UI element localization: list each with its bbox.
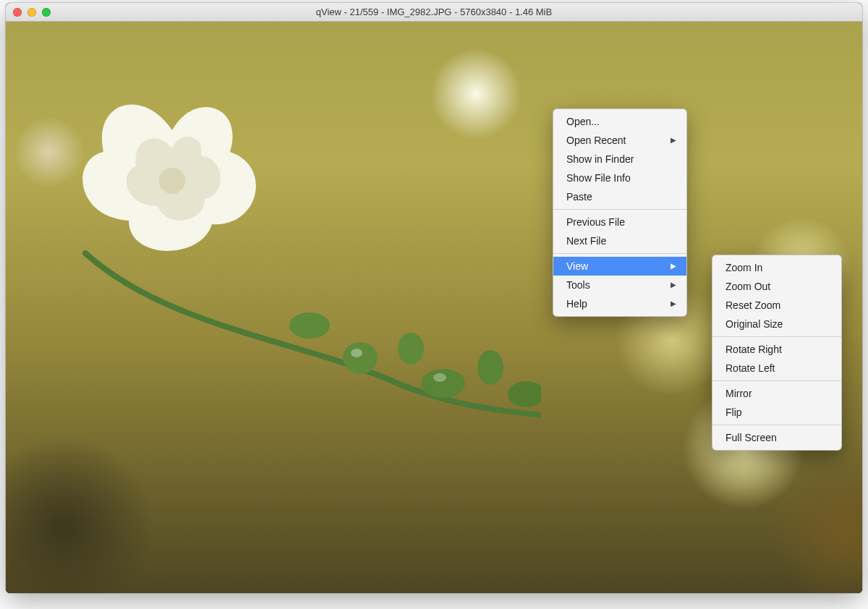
close-window-button[interactable] xyxy=(13,8,22,17)
menu-item-label: Paste xyxy=(566,189,592,204)
menu-item-label: View xyxy=(566,259,588,273)
submenu-arrow-icon: ▶ xyxy=(671,259,676,273)
submenu-item-rotate-right[interactable]: Rotate Right xyxy=(712,340,841,359)
menu-item-next-file[interactable]: Next File xyxy=(553,231,686,250)
menu-item-label: Full Screen xyxy=(726,430,777,445)
submenu-item-reset-zoom[interactable]: Reset Zoom xyxy=(712,296,841,315)
minimize-window-button[interactable] xyxy=(27,8,36,17)
submenu-item-rotate-left[interactable]: Rotate Left xyxy=(712,359,841,378)
menu-separator xyxy=(712,336,841,337)
submenu-item-full-screen[interactable]: Full Screen xyxy=(712,428,841,447)
submenu-arrow-icon: ▶ xyxy=(671,133,676,148)
menu-separator xyxy=(553,209,686,210)
menu-item-label: Mirror xyxy=(726,386,752,401)
menu-item-previous-file[interactable]: Previous File xyxy=(553,213,686,231)
submenu-item-original-size[interactable]: Original Size xyxy=(712,315,841,333)
menu-item-label: Flip xyxy=(726,405,742,420)
submenu-arrow-icon: ▶ xyxy=(671,297,676,311)
menu-item-label: Show File Info xyxy=(566,171,631,185)
menu-item-label: Tools xyxy=(566,278,590,292)
menu-item-open[interactable]: Open... xyxy=(553,112,686,131)
menu-item-label: Open Recent xyxy=(566,133,626,148)
submenu-item-flip[interactable]: Flip xyxy=(712,403,841,422)
menu-item-label: Previous File xyxy=(566,215,625,229)
app-window: qView - 21/559 - IMG_2982.JPG - 5760x384… xyxy=(6,3,862,593)
menu-item-label: Rotate Right xyxy=(726,342,782,357)
view-submenu: Zoom In Zoom Out Reset Zoom Original Siz… xyxy=(712,255,842,451)
image-viewport[interactable]: Open... Open Recent ▶ Show in Finder Sho… xyxy=(6,22,862,593)
menu-item-help[interactable]: Help ▶ xyxy=(553,294,686,313)
menu-item-label: Original Size xyxy=(726,317,783,331)
menu-item-label: Show in Finder xyxy=(566,152,634,166)
menu-item-label: Zoom In xyxy=(726,260,762,275)
menu-item-show-file-info[interactable]: Show File Info xyxy=(553,169,686,187)
window-title: qView - 21/559 - IMG_2982.JPG - 5760x384… xyxy=(6,3,862,21)
menu-item-label: Help xyxy=(566,297,587,311)
menu-item-label: Open... xyxy=(566,114,600,129)
menu-item-label: Reset Zoom xyxy=(726,298,780,312)
menu-item-label: Zoom Out xyxy=(726,279,770,294)
submenu-item-zoom-out[interactable]: Zoom Out xyxy=(712,277,841,296)
menu-item-open-recent[interactable]: Open Recent ▶ xyxy=(553,131,686,150)
window-title-text: qView - 21/559 - IMG_2982.JPG - 5760x384… xyxy=(316,7,552,17)
menu-item-paste[interactable]: Paste xyxy=(553,187,686,206)
context-menu: Open... Open Recent ▶ Show in Finder Sho… xyxy=(553,108,687,317)
submenu-arrow-icon: ▶ xyxy=(671,278,676,292)
menu-item-show-in-finder[interactable]: Show in Finder xyxy=(553,150,686,169)
menu-item-view[interactable]: View ▶ xyxy=(553,257,686,276)
maximize-window-button[interactable] xyxy=(42,8,51,17)
menu-item-label: Next File xyxy=(566,234,606,248)
submenu-item-zoom-in[interactable]: Zoom In xyxy=(712,258,841,277)
menu-item-tools[interactable]: Tools ▶ xyxy=(553,276,686,294)
menu-separator xyxy=(553,253,686,254)
menu-item-label: Rotate Left xyxy=(726,361,775,375)
titlebar: qView - 21/559 - IMG_2982.JPG - 5760x384… xyxy=(6,3,862,22)
submenu-item-mirror[interactable]: Mirror xyxy=(712,384,841,403)
traffic-lights xyxy=(13,8,51,17)
menu-separator xyxy=(712,380,841,381)
menu-separator xyxy=(712,425,841,425)
